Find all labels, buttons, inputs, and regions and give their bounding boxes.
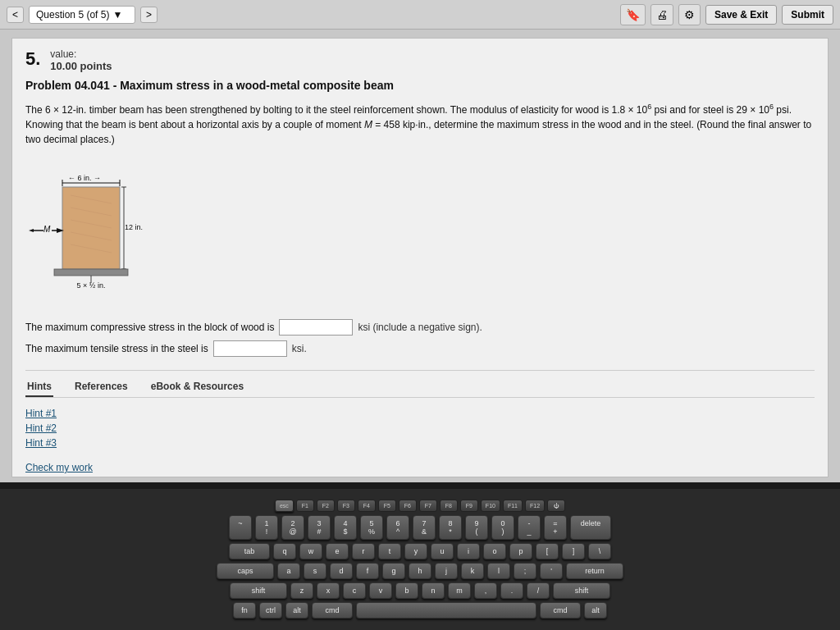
key-f4[interactable]: F4 bbox=[358, 500, 376, 512]
key-d[interactable]: d bbox=[330, 563, 353, 579]
key-minus[interactable]: -_ bbox=[518, 515, 541, 540]
key-f12[interactable]: F12 bbox=[525, 500, 545, 512]
key-ctrl[interactable]: ctrl bbox=[259, 602, 282, 619]
key-b[interactable]: b bbox=[395, 582, 418, 599]
key-g[interactable]: g bbox=[382, 563, 405, 579]
key-j[interactable]: j bbox=[435, 563, 458, 579]
key-caps[interactable]: caps bbox=[217, 563, 274, 579]
answer2-input[interactable] bbox=[213, 340, 287, 357]
key-s[interactable]: s bbox=[304, 563, 326, 579]
key-0[interactable]: 0) bbox=[491, 515, 514, 540]
key-5[interactable]: 5% bbox=[360, 515, 383, 540]
key-f10[interactable]: F10 bbox=[481, 500, 500, 512]
tab-hints[interactable]: Hints bbox=[25, 377, 53, 397]
settings-button[interactable]: ⚙ bbox=[678, 4, 701, 25]
key-e[interactable]: e bbox=[326, 543, 349, 559]
key-cmd-right[interactable]: cmd bbox=[540, 602, 581, 619]
key-a[interactable]: a bbox=[277, 563, 300, 579]
key-r[interactable]: r bbox=[352, 543, 375, 559]
key-q[interactable]: q bbox=[273, 543, 296, 559]
key-space[interactable] bbox=[356, 602, 536, 619]
key-f[interactable]: f bbox=[356, 563, 379, 579]
key-tab[interactable]: tab bbox=[229, 543, 270, 559]
print-button[interactable]: 🖨 bbox=[651, 4, 673, 25]
key-f3[interactable]: F3 bbox=[337, 500, 355, 512]
key-y[interactable]: y bbox=[404, 543, 427, 559]
key-n[interactable]: n bbox=[422, 582, 445, 599]
hint1-link[interactable]: Hint #1 bbox=[25, 408, 815, 419]
key-h[interactable]: h bbox=[409, 563, 431, 579]
key-6[interactable]: 6^ bbox=[386, 515, 409, 540]
key-1[interactable]: 1! bbox=[255, 515, 278, 540]
key-3[interactable]: 3# bbox=[308, 515, 331, 540]
key-p[interactable]: p bbox=[509, 543, 532, 559]
key-alt-right[interactable]: alt bbox=[584, 602, 607, 619]
key-f2[interactable]: F2 bbox=[317, 500, 335, 512]
question-header: 5. value: 10.00 points bbox=[25, 48, 815, 72]
key-slash[interactable]: / bbox=[527, 582, 550, 599]
keyboard-area: esc F1 F2 F3 F4 F5 F6 F7 F8 F9 F10 F11 F… bbox=[0, 482, 840, 630]
tab-references[interactable]: References bbox=[73, 377, 130, 397]
keyboard-row-1: ~ 1! 2@ 3# 4$ 5% 6^ 7& 8* 9( 0) -_ =+ de… bbox=[229, 515, 611, 540]
key-period[interactable]: . bbox=[500, 582, 523, 599]
key-shift-left[interactable]: shift bbox=[230, 582, 287, 599]
key-return[interactable]: return bbox=[566, 563, 623, 579]
svg-text:12 in.: 12 in. bbox=[125, 223, 143, 231]
key-f1[interactable]: F1 bbox=[296, 500, 314, 512]
key-c[interactable]: c bbox=[343, 582, 366, 599]
key-4[interactable]: 4$ bbox=[334, 515, 357, 540]
key-f5[interactable]: F5 bbox=[378, 500, 396, 512]
hint2-link[interactable]: Hint #2 bbox=[25, 422, 815, 434]
key-shift-right[interactable]: shift bbox=[553, 582, 610, 599]
question-number-label: 5. bbox=[25, 48, 40, 72]
submit-button[interactable]: Submit bbox=[782, 5, 833, 25]
key-f6[interactable]: F6 bbox=[399, 500, 417, 512]
key-backtick[interactable]: ~ bbox=[229, 515, 252, 540]
key-equals[interactable]: =+ bbox=[544, 515, 567, 540]
key-l[interactable]: l bbox=[487, 563, 510, 579]
key-2[interactable]: 2@ bbox=[281, 515, 304, 540]
points-label: 10.00 points bbox=[50, 60, 112, 72]
key-f9[interactable]: F9 bbox=[460, 500, 478, 512]
key-i[interactable]: i bbox=[457, 543, 480, 559]
key-comma[interactable]: , bbox=[474, 582, 497, 599]
key-7[interactable]: 7& bbox=[413, 515, 436, 540]
key-cmd-left[interactable]: cmd bbox=[312, 602, 353, 619]
dropdown-icon: ▼ bbox=[112, 9, 122, 21]
key-z[interactable]: z bbox=[290, 582, 313, 599]
key-o[interactable]: o bbox=[483, 543, 506, 559]
key-m[interactable]: m bbox=[448, 582, 471, 599]
key-x[interactable]: x bbox=[317, 582, 340, 599]
check-my-work-link[interactable]: Check my work bbox=[25, 462, 93, 473]
key-lbracket[interactable]: [ bbox=[536, 543, 559, 559]
keyboard-row-5: fn ctrl alt cmd cmd alt bbox=[233, 602, 607, 619]
answer2-prefix: The maximum tensile stress in the steel … bbox=[25, 343, 208, 354]
key-f7[interactable]: F7 bbox=[419, 500, 437, 512]
prev-question-button[interactable]: < bbox=[7, 7, 24, 23]
key-semicolon[interactable]: ; bbox=[514, 563, 536, 579]
tab-ebook[interactable]: eBook & Resources bbox=[149, 377, 245, 397]
key-fn[interactable]: fn bbox=[233, 602, 256, 619]
key-v[interactable]: v bbox=[369, 582, 392, 599]
key-f8[interactable]: F8 bbox=[440, 500, 458, 512]
key-8[interactable]: 8* bbox=[439, 515, 462, 540]
hint3-link[interactable]: Hint #3 bbox=[25, 437, 815, 449]
key-f11[interactable]: F11 bbox=[503, 500, 523, 512]
key-k[interactable]: k bbox=[461, 563, 484, 579]
key-power[interactable]: ⏻ bbox=[547, 500, 565, 512]
key-rbracket[interactable]: ] bbox=[562, 543, 585, 559]
answer1-input[interactable] bbox=[279, 319, 353, 336]
key-u[interactable]: u bbox=[431, 543, 454, 559]
key-delete[interactable]: delete bbox=[570, 515, 611, 540]
save-exit-button[interactable]: Save & Exit bbox=[705, 5, 777, 25]
key-9[interactable]: 9( bbox=[465, 515, 488, 540]
next-question-button[interactable]: > bbox=[140, 7, 158, 23]
key-backslash[interactable]: \ bbox=[588, 543, 611, 559]
bookmark-button[interactable]: 🔖 bbox=[620, 4, 646, 25]
key-t[interactable]: t bbox=[378, 543, 401, 559]
question-selector[interactable]: Question 5 (of 5) ▼ bbox=[29, 6, 135, 24]
key-alt-left[interactable]: alt bbox=[285, 602, 308, 619]
key-esc[interactable]: esc bbox=[275, 500, 294, 512]
key-quote[interactable]: ' bbox=[540, 563, 563, 579]
key-w[interactable]: w bbox=[299, 543, 322, 559]
